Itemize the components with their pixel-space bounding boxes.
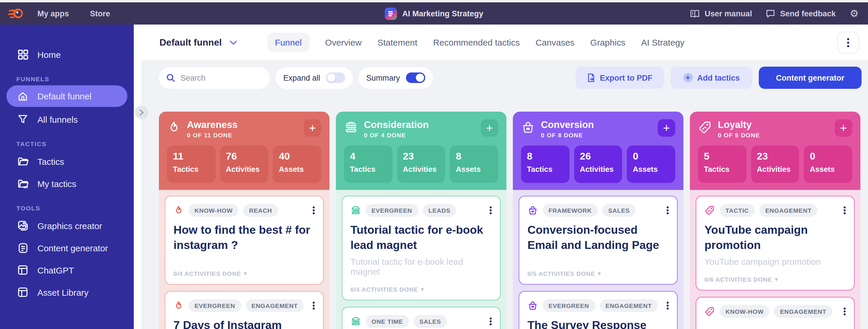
- stat-label: Assets: [456, 165, 498, 174]
- stat-label: Activities: [226, 165, 268, 174]
- card-kebab-button[interactable]: [666, 206, 669, 214]
- sidebar-section-funnels: FUNNELS: [17, 76, 134, 82]
- sidebar-section-tools: TOOLS: [17, 205, 134, 212]
- add-tactics-button[interactable]: + Add tactics: [671, 67, 752, 89]
- flame-icon: [167, 120, 181, 134]
- card-kebab-button[interactable]: [490, 318, 492, 326]
- content-generator-button[interactable]: Content generator: [759, 67, 862, 89]
- tab-overview[interactable]: Overview: [325, 37, 362, 47]
- tab-canvases[interactable]: Canvases: [536, 37, 575, 47]
- sidebar-section-tactics: TACTICS: [17, 140, 134, 147]
- funnel-icon: [17, 113, 29, 125]
- column-name: Conversion: [541, 119, 594, 130]
- tab-statement[interactable]: Statement: [377, 37, 417, 47]
- tactic-card[interactable]: TACTIC ENGAGEMENT YouTube campaign promo…: [696, 196, 855, 291]
- stat-label: Tactics: [527, 165, 569, 174]
- card-badge: EVERGREEN: [189, 299, 241, 312]
- sidebar-item-chatgpt[interactable]: ChatGPT: [0, 259, 134, 281]
- card-title[interactable]: Conversion-focused Email and Landing Pag…: [527, 222, 669, 253]
- tactic-card[interactable]: KNOW-HOW ENGAGEMENT: [696, 297, 855, 329]
- search-input[interactable]: [181, 73, 256, 82]
- card-title[interactable]: YouTube campaign promotion: [705, 222, 846, 253]
- tactic-card[interactable]: FRAMEWORK SALES Conversion-focused Email…: [519, 196, 678, 285]
- sidebar-item-tactics[interactable]: Tactics: [0, 150, 134, 172]
- sidebar-item-asset-library[interactable]: Asset Library: [0, 281, 134, 303]
- kebab-icon: [312, 302, 315, 310]
- card-kebab-button[interactable]: [666, 302, 669, 310]
- export-to-pdf-button[interactable]: Export to PDF: [576, 67, 664, 89]
- stat-value: 8: [456, 151, 498, 162]
- column-name: Loyalty: [718, 119, 760, 130]
- card-title[interactable]: How to find the best # for instagram ?: [174, 222, 315, 253]
- sidebar-item-content-generator[interactable]: Content generator: [0, 237, 134, 259]
- card-title[interactable]: The Survey Response: [527, 318, 669, 329]
- caret-down-icon: ▾: [421, 287, 424, 293]
- tactic-card[interactable]: ONE TIME SALES: [342, 307, 501, 329]
- content-generator-label: Content generator: [776, 73, 844, 82]
- chevron-down-icon: [229, 40, 237, 45]
- add-tactic-plus-button[interactable]: +: [481, 119, 498, 137]
- semrush-logo-icon[interactable]: [7, 6, 25, 21]
- summary-toggle[interactable]: Summary: [359, 67, 433, 89]
- card-kebab-button[interactable]: [490, 206, 492, 214]
- sidebar-item-graphics-creator[interactable]: Graphics creator: [0, 214, 134, 237]
- tab-graphics[interactable]: Graphics: [590, 37, 625, 47]
- add-tactic-plus-button[interactable]: +: [835, 119, 852, 137]
- card-kebab-button[interactable]: [312, 302, 315, 310]
- card-activities-expander[interactable]: 0/4 ACTIVITIES DONE ▾: [350, 277, 492, 293]
- tactic-card[interactable]: KNOW-HOW REACH How to find the best # fo…: [165, 196, 323, 285]
- kebab-icon: [847, 38, 849, 47]
- card-badge: ENGAGEMENT: [774, 305, 832, 318]
- tab-recommended-tactics[interactable]: Recommended tactics: [433, 37, 520, 47]
- stat-assets: 40 Assets: [273, 146, 321, 183]
- card-kebab-button[interactable]: [312, 206, 315, 214]
- stat-value: 0: [633, 151, 675, 162]
- card-kebab-button[interactable]: [843, 308, 846, 316]
- add-tactic-plus-button[interactable]: +: [658, 119, 675, 137]
- activities-done-label: 0/4 ACTIVITIES DONE: [350, 286, 418, 293]
- funnel-options-kebab-button[interactable]: [837, 31, 859, 54]
- add-tactic-plus-button[interactable]: +: [304, 119, 321, 137]
- send-feedback-button[interactable]: Send feedback: [766, 9, 836, 18]
- sidebar-item-all-funnels[interactable]: All funnels: [0, 108, 134, 130]
- column-name: Consideration: [364, 119, 429, 130]
- send-feedback-label: Send feedback: [780, 9, 836, 18]
- topbar-store-link[interactable]: Store: [82, 9, 118, 18]
- funnel-columns: Awareness 0 OF 11 DONE + 11 Tactics: [159, 112, 868, 329]
- card-activities-expander[interactable]: 0/5 ACTIVITIES DONE ▾: [527, 261, 669, 277]
- settings-gear-icon[interactable]: ⚙: [850, 8, 859, 19]
- user-manual-button[interactable]: User manual: [690, 9, 752, 18]
- kebab-icon: [843, 206, 846, 214]
- card-title[interactable]: 7 Days of Instagram: [174, 318, 315, 329]
- summary-switch[interactable]: [406, 72, 425, 83]
- sidebar-collapse-button[interactable]: [135, 106, 148, 119]
- topbar-my-apps-link[interactable]: My apps: [29, 9, 77, 18]
- expand-all-switch[interactable]: [326, 72, 345, 83]
- tactic-card[interactable]: EVERGREEN LEADS Tutorial tactic for e-bo…: [342, 196, 501, 301]
- stat-label: Activities: [403, 165, 445, 174]
- caret-down-icon: ▾: [598, 271, 601, 276]
- tactic-card[interactable]: EVERGREEN ENGAGEMENT The Survey Response: [519, 291, 678, 329]
- card-activities-expander[interactable]: 0/4 ACTIVITIES DONE ▾: [174, 261, 315, 277]
- kebab-icon: [843, 308, 846, 316]
- chat-bubble-icon: [766, 9, 775, 18]
- tactic-card[interactable]: EVERGREEN ENGAGEMENT 7 Days of Instagram: [165, 291, 323, 329]
- basket-icon: [521, 120, 535, 134]
- expand-all-toggle[interactable]: Expand all: [276, 67, 353, 89]
- column-header: Awareness 0 OF 11 DONE + 11 Tactics: [159, 112, 330, 190]
- sidebar-item-default-funnel[interactable]: Default funnel: [6, 85, 127, 107]
- column-card-list: TACTIC ENGAGEMENT YouTube campaign promo…: [690, 190, 860, 329]
- stat-value: 5: [704, 151, 746, 162]
- card-activities-expander[interactable]: 0/6 ACTIVITIES DONE ▾: [705, 267, 846, 283]
- sidebar-item-label: Asset Library: [37, 287, 89, 297]
- sidebar-item-my-tactics[interactable]: MY My tactics: [0, 172, 134, 195]
- card-kebab-button[interactable]: [843, 206, 846, 214]
- card-title[interactable]: Tutorial tactic for e-book lead magnet: [350, 222, 492, 253]
- sidebar-item-home[interactable]: Home: [0, 43, 134, 65]
- funnel-selector-dropdown[interactable]: Default funnel: [159, 37, 237, 48]
- tab-ai-strategy[interactable]: AI Strategy: [641, 37, 684, 47]
- search-box[interactable]: [159, 67, 270, 89]
- stat-assets: 8 Assets: [450, 146, 498, 183]
- column-card-list: EVERGREEN LEADS Tutorial tactic for e-bo…: [336, 190, 506, 329]
- tab-funnel[interactable]: Funnel: [267, 33, 309, 52]
